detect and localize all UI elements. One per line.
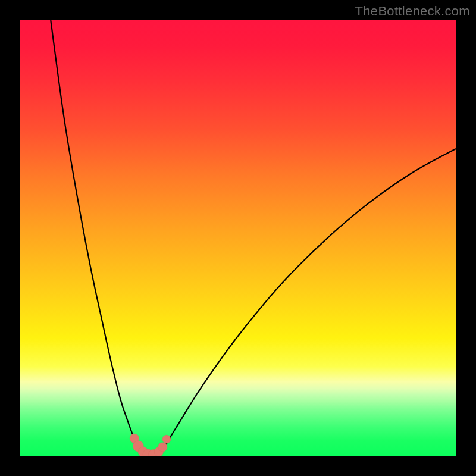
valley-dots (130, 434, 171, 456)
chart-stage: TheBottleneck.com (0, 0, 476, 476)
curve-svg (20, 20, 456, 456)
valley-dot (158, 443, 167, 452)
valley-dot (162, 435, 171, 443)
plot-area (20, 20, 456, 456)
watermark-text: TheBottleneck.com (355, 4, 470, 19)
curve-right-branch (161, 149, 456, 452)
curve-left-branch (51, 20, 142, 453)
